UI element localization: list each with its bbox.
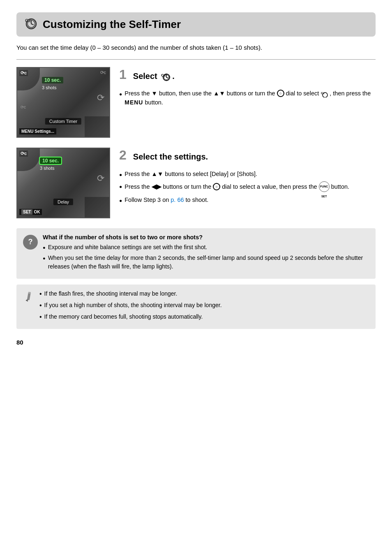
cam1-bottom-label: MENU Settings... — [19, 128, 56, 134]
step-2-content: 2 Select the settings. Press the ▲▼ butt… — [119, 148, 376, 218]
section-divider — [16, 59, 376, 60]
tip-bullet-2-text: If you set a high number of shots, the s… — [44, 301, 222, 310]
tip-box: If the flash fires, the shooting interva… — [16, 285, 376, 329]
svg-text:C: C — [25, 18, 28, 23]
note-heading: What if the number of shots is set to tw… — [43, 234, 369, 241]
cam1-badge: Custom Timer — [45, 118, 81, 125]
tip-bullet-1: If the flash fires, the shooting interva… — [39, 289, 370, 299]
step-2: ⟳c 10 sec. 3 shots ⟳ Delay SETOK 2 Selec… — [16, 148, 376, 218]
step-1-content: 1 Select C c . Press the ▼ button, then … — [119, 67, 376, 138]
cam1-shots: 3 shots — [42, 85, 56, 90]
note-content: What if the number of shots is set to tw… — [43, 234, 369, 273]
note-icon: ? — [23, 235, 38, 250]
step-2-heading: Select the settings. — [133, 152, 208, 162]
page-link[interactable]: p. 66 — [171, 197, 184, 203]
tip-bullet-1-text: If the flash fires, the shooting interva… — [44, 289, 178, 298]
step-2-number: 2 — [119, 148, 127, 162]
note-bullet-1: Exposure and white balance settings are … — [43, 243, 369, 252]
cam2-badge: Delay — [53, 199, 73, 205]
note-bullet-2: When you set the time delay for more tha… — [43, 254, 369, 271]
cam1-sec: 10 sec. — [42, 77, 63, 83]
cam2-sec: 10 sec. — [40, 157, 61, 164]
note-bullet-2-text: When you set the time delay for more tha… — [48, 254, 369, 271]
step-2-bullet-1-text: Press the ▲▼ buttons to select [Delay] o… — [125, 170, 257, 179]
tip-bullet-3: If the memory card becomes full, shootin… — [39, 312, 370, 322]
tip-bullets: If the flash fires, the shooting interva… — [39, 289, 370, 324]
step-2-bullet-1: Press the ▲▼ buttons to select [Delay] o… — [119, 170, 376, 179]
page-number: 80 — [16, 339, 376, 346]
step-2-bullet-3: Follow Step 3 on p. 66 to shoot. — [119, 196, 376, 205]
step-1-number: 1 — [119, 68, 127, 81]
func-set-button: FUNCSET — [319, 181, 330, 192]
dial-icon-1: ○ — [277, 90, 284, 97]
menu-button-label: MENU — [125, 99, 143, 106]
step-2-bullet-2-text: Press the ◀▶ buttons or turn the ○ dial … — [125, 182, 349, 192]
step-1-heading: Select C c . — [133, 72, 175, 81]
step-1-bullet-1: Press the ▼ button, then use the ▲▼ butt… — [119, 89, 376, 107]
page-title: Customizing the Self-Timer — [43, 18, 181, 31]
note-bullet-1-text: Exposure and white balance settings are … — [48, 243, 208, 252]
page-header: C c Customizing the Self-Timer — [16, 12, 376, 37]
note-bullets: Exposure and white balance settings are … — [43, 243, 369, 271]
svg-text:c: c — [323, 92, 325, 95]
step-2-bullet-3-text: Follow Step 3 on p. 66 to shoot. — [125, 196, 208, 205]
tip-bullet-3-text: If the memory card becomes full, shootin… — [44, 312, 203, 321]
step-2-image: ⟳c 10 sec. 3 shots ⟳ Delay SETOK — [16, 148, 111, 218]
note-box: ? What if the number of shots is set to … — [16, 228, 376, 279]
step-1-bullet-1-text: Press the ▼ button, then use the ▲▼ butt… — [125, 89, 376, 107]
dial-icon-2: ○ — [213, 183, 220, 190]
self-timer-header-icon: C c — [24, 16, 39, 32]
step-2-heading-row: 2 Select the settings. — [119, 148, 376, 166]
pencil-icon — [22, 290, 35, 303]
cam2-shots: 3 shots — [40, 166, 54, 171]
svg-line-5 — [31, 24, 33, 25]
svg-text:C: C — [161, 73, 164, 77]
step-1-bullets: Press the ▼ button, then use the ▲▼ butt… — [119, 89, 376, 107]
svg-line-11 — [166, 77, 168, 78]
intro-text: You can set the time delay (0 – 30 secon… — [16, 43, 376, 53]
step-1-image: ⟳c 10 sec. 3 shots ⟳ Custom Timer MENU S… — [16, 67, 111, 138]
step-2-bullet-2: Press the ◀▶ buttons or turn the ○ dial … — [119, 182, 376, 192]
step-2-bullets: Press the ▲▼ buttons to select [Delay] o… — [119, 170, 376, 205]
step-1: ⟳c 10 sec. 3 shots ⟳ Custom Timer MENU S… — [16, 67, 376, 138]
svg-text:c: c — [164, 73, 166, 77]
tip-bullet-2: If you set a high number of shots, the s… — [39, 301, 370, 310]
step-1-heading-row: 1 Select C c . — [119, 67, 376, 86]
